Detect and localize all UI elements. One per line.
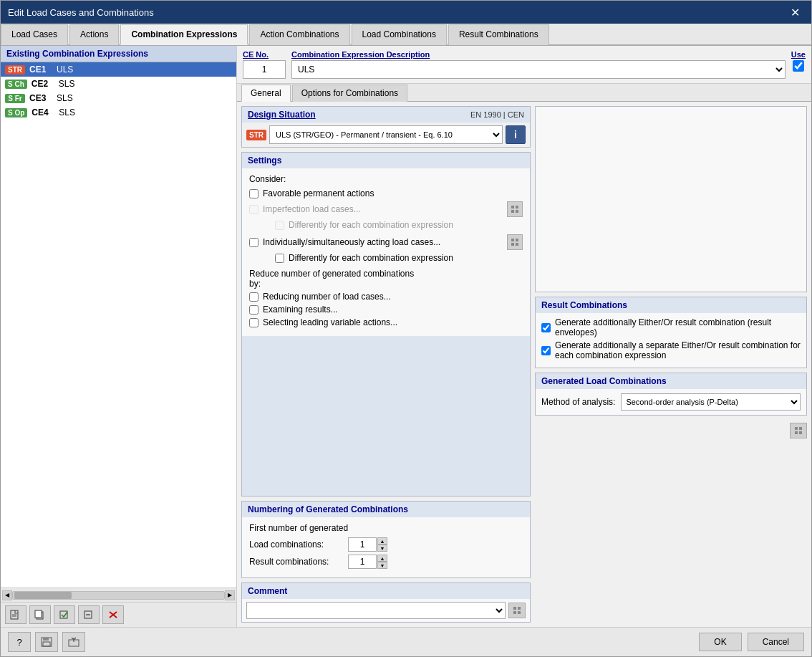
imperfection-checkbox[interactable] bbox=[249, 205, 258, 214]
svg-rect-14 bbox=[511, 239, 514, 241]
ok-button[interactable]: OK bbox=[699, 633, 741, 651]
svg-rect-17 bbox=[516, 243, 518, 246]
close-button[interactable]: ✕ bbox=[786, 4, 804, 21]
tab-load-combinations[interactable]: Load Combinations bbox=[352, 24, 447, 45]
result-combinations-input[interactable] bbox=[348, 555, 377, 569]
svg-rect-28 bbox=[43, 642, 50, 646]
scroll-thumb[interactable] bbox=[14, 592, 72, 599]
svg-rect-19 bbox=[518, 607, 521, 610]
main-content: Design Situation EN 1990 | CEN STR ULS (… bbox=[237, 102, 811, 627]
help-button[interactable]: ? bbox=[8, 632, 31, 652]
delete-button[interactable] bbox=[102, 605, 124, 624]
item-name: CE1 bbox=[29, 64, 51, 75]
result-combinations-spinner: ▲ ▼ bbox=[348, 555, 387, 569]
delete-icon bbox=[107, 610, 119, 620]
item-type: ULS bbox=[57, 64, 73, 75]
list-item[interactable]: S Op CE4 SLS bbox=[1, 105, 236, 120]
info-button[interactable]: i bbox=[506, 125, 526, 144]
check-icon bbox=[59, 610, 70, 620]
load-spinner-down[interactable]: ▼ bbox=[377, 545, 387, 552]
disable-icon bbox=[83, 610, 95, 620]
list-item[interactable]: S Fr CE3 SLS bbox=[1, 91, 236, 105]
favorable-checkbox[interactable] bbox=[249, 189, 258, 198]
str-badge-inline: STR bbox=[246, 130, 266, 140]
use-checkbox[interactable] bbox=[793, 60, 804, 72]
comment-settings-icon bbox=[513, 606, 521, 615]
first-number-label: First number of generated bbox=[249, 523, 523, 533]
right-panel: CE No. Combination Expression Descriptio… bbox=[237, 46, 811, 627]
inner-tab-general[interactable]: General bbox=[241, 85, 291, 102]
tab-load-cases[interactable]: Load Cases bbox=[1, 24, 68, 45]
rc2-checkbox[interactable] bbox=[541, 346, 551, 355]
differently2-checkbox[interactable] bbox=[275, 254, 284, 263]
comment-select[interactable] bbox=[246, 602, 506, 619]
tab-action-combinations[interactable]: Action Combinations bbox=[249, 24, 349, 45]
result-combinations-row: Result combinations: ▲ ▼ bbox=[249, 555, 523, 569]
svg-rect-16 bbox=[511, 243, 514, 246]
svg-rect-15 bbox=[516, 239, 518, 241]
use-group: Use bbox=[791, 50, 806, 72]
reducing-checkbox[interactable] bbox=[249, 292, 258, 302]
result-spinner-up[interactable]: ▲ bbox=[377, 555, 387, 562]
save-button[interactable] bbox=[35, 632, 58, 652]
rc1-checkbox[interactable] bbox=[541, 323, 551, 332]
copy-button[interactable] bbox=[29, 605, 51, 624]
design-situation-header: Design Situation EN 1990 | CEN bbox=[242, 107, 530, 123]
svg-rect-12 bbox=[511, 210, 514, 213]
description-label: Combination Expression Description bbox=[291, 50, 786, 59]
ce-no-label: CE No. bbox=[243, 50, 286, 59]
left-content: Design Situation EN 1990 | CEN STR ULS (… bbox=[241, 106, 531, 623]
rc1-label: Generate additionally Either/Or result c… bbox=[555, 317, 801, 337]
design-situation-select[interactable]: ULS (STR/GEO) - Permanent / transient - … bbox=[269, 125, 503, 144]
list-item[interactable]: S Ch CE2 SLS bbox=[1, 77, 236, 91]
scroll-track[interactable] bbox=[12, 591, 225, 600]
tab-combination-expressions[interactable]: Combination Expressions bbox=[120, 24, 248, 45]
imperfection-settings-button[interactable] bbox=[507, 201, 523, 217]
individually-checkbox[interactable] bbox=[249, 238, 258, 247]
item-type: SLS bbox=[59, 79, 75, 89]
selecting-label: Selecting leading variable actions... bbox=[263, 317, 397, 327]
left-panel-title: Existing Combination Expressions bbox=[1, 46, 236, 62]
export-button[interactable] bbox=[62, 632, 85, 652]
differently1-checkbox[interactable] bbox=[275, 221, 284, 230]
examining-checkbox[interactable] bbox=[249, 305, 258, 315]
method-select[interactable]: Second-order analysis (P-Delta) bbox=[621, 393, 801, 411]
scroll-left-arrow[interactable]: ◀ bbox=[2, 590, 12, 600]
design-situation-section: Design Situation EN 1990 | CEN STR ULS (… bbox=[241, 106, 531, 148]
selecting-checkbox[interactable] bbox=[249, 318, 258, 327]
right-settings-button[interactable] bbox=[790, 423, 807, 438]
scroll-right-arrow[interactable]: ▶ bbox=[225, 590, 235, 600]
differently1-label: Differently for each combination express… bbox=[289, 220, 453, 230]
method-label: Method of analysis: bbox=[541, 397, 615, 407]
design-situation-title: Design Situation bbox=[248, 110, 316, 120]
settings-icon2 bbox=[511, 238, 519, 246]
description-select[interactable]: ULS bbox=[291, 60, 786, 79]
right-settings-icon bbox=[794, 426, 803, 435]
load-combinations-input[interactable] bbox=[348, 537, 377, 552]
result-combinations-label: Result combinations: bbox=[249, 557, 342, 567]
bottom-right-actions: OK Cancel bbox=[699, 633, 804, 651]
design-situation-body: STR ULS (STR/GEO) - Permanent / transien… bbox=[242, 123, 530, 147]
result-combinations-box: Result Combinations Generate additionall… bbox=[535, 297, 807, 368]
badge-sop: S Op bbox=[5, 108, 27, 118]
disable-button[interactable] bbox=[78, 605, 100, 624]
copy-icon bbox=[34, 610, 46, 620]
tab-actions[interactable]: Actions bbox=[69, 24, 119, 45]
comment-settings-button[interactable] bbox=[508, 603, 526, 618]
load-spinner-up[interactable]: ▲ bbox=[377, 537, 387, 545]
settings-box: Settings Consider: Favorable permanent a… bbox=[241, 152, 531, 497]
ce-no-input[interactable] bbox=[243, 60, 286, 79]
checkbox-imperfection: Imperfection load cases... bbox=[249, 201, 523, 217]
tab-result-combinations[interactable]: Result Combinations bbox=[448, 24, 549, 45]
inner-tab-options[interactable]: Options for Combinations bbox=[292, 85, 407, 102]
individually-settings-button[interactable] bbox=[507, 234, 523, 250]
checkbox-differently1: Differently for each combination express… bbox=[275, 220, 523, 230]
list-item[interactable]: STR CE1 ULS bbox=[1, 62, 236, 77]
individually-label: Individually/simultaneously acting load … bbox=[263, 237, 503, 247]
cancel-button[interactable]: Cancel bbox=[748, 633, 804, 651]
result-spinner-down[interactable]: ▼ bbox=[377, 562, 387, 569]
top-fields: CE No. Combination Expression Descriptio… bbox=[237, 46, 811, 84]
new-button[interactable] bbox=[5, 605, 26, 624]
check-button[interactable] bbox=[54, 605, 75, 624]
comment-header: Comment bbox=[242, 583, 530, 599]
